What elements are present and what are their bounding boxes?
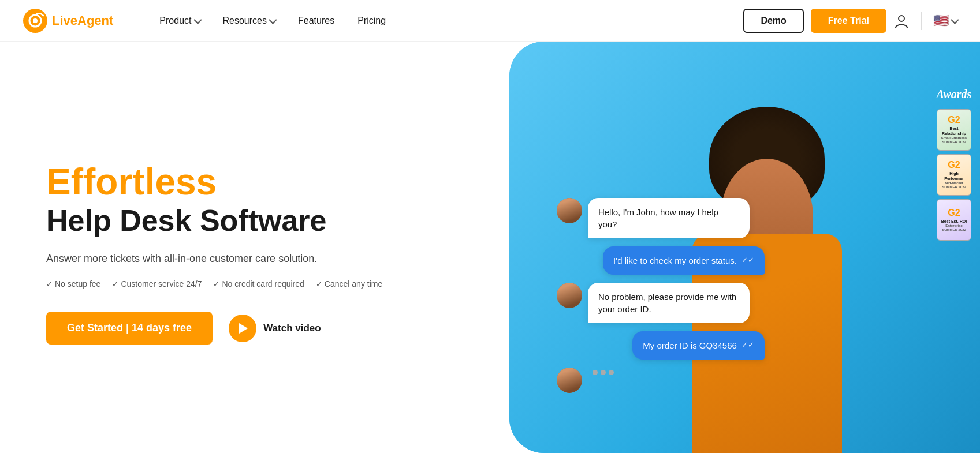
user-icon[interactable] (893, 13, 910, 29)
play-icon[interactable] (229, 315, 256, 342)
logo[interactable]: LiveAgent (23, 9, 113, 33)
chat-bubble-2: I'd like to check my order status. ✓✓ (603, 246, 765, 275)
award-badge-3: G2 Best Est. ROI Enterprise SUMMER 2022 (937, 199, 971, 241)
chat-bubble-3: No problem, please provide me with your … (588, 283, 750, 323)
agent-avatar-2 (557, 283, 582, 308)
logo-text: LiveAgent (52, 13, 113, 28)
awards-title: Awards (937, 88, 972, 101)
check-no-credit-card: ✓ No credit card required (213, 279, 304, 289)
g2-logo-1: G2 (948, 115, 960, 125)
hero-cta-row: Get Started | 14 days free Watch video (46, 312, 475, 345)
nav-divider (921, 12, 922, 30)
agent-avatar-3 (557, 368, 582, 393)
badge-1-sub: Small Business SUMMER 2022 (940, 136, 968, 144)
award-badge-1: G2 Best Relationship Small Business SUMM… (937, 109, 971, 151)
nav-right: Demo Free Trial 🇺🇸 (743, 9, 957, 33)
chat-bubble-1: Hello, I'm John, how may I help you? (588, 198, 750, 238)
check-cancel: ✓ Cancel any time (316, 279, 382, 289)
navbar: LiveAgent Product Resources Features Pri… (0, 0, 980, 42)
hero-effortless: Effortless (46, 162, 475, 202)
chevron-down-icon (951, 16, 959, 24)
agent-avatar-1 (557, 198, 582, 223)
double-check-icon: ✓✓ (741, 255, 754, 265)
play-triangle (239, 323, 248, 334)
g2-logo-3: G2 (948, 208, 960, 218)
hero-headline: Help Desk Software (46, 204, 475, 237)
badge-3-sub: Enterprise SUMMER 2022 (940, 224, 968, 232)
double-check-icon-2: ✓✓ (741, 340, 754, 350)
badge-2-main: High Performer (940, 171, 968, 181)
badge-1-main: Best Relationship (940, 126, 968, 136)
watch-video-button[interactable]: Watch video (229, 315, 321, 342)
check-no-setup: ✓ No setup fee (46, 279, 100, 289)
demo-button[interactable]: Demo (743, 9, 803, 33)
hero-left: Effortless Help Desk Software Answer mor… (0, 42, 509, 453)
typing-indicator (588, 368, 618, 377)
chat-row-3: No problem, please provide me with your … (557, 283, 765, 323)
svg-point-3 (899, 16, 904, 21)
chat-row-2: I'd like to check my order status. ✓✓ (557, 246, 765, 275)
chat-typing-row (557, 368, 765, 393)
awards-panel: Awards G2 Best Relationship Small Busine… (934, 88, 980, 241)
chevron-down-icon (193, 16, 202, 24)
check-customer-service: ✓ Customer service 24/7 (112, 279, 202, 289)
hero-section: Effortless Help Desk Software Answer mor… (0, 42, 980, 453)
nav-product[interactable]: Product (148, 11, 211, 31)
badge-3-main: Best Est. ROI (941, 219, 967, 224)
nav-features[interactable]: Features (286, 11, 346, 31)
chat-bubble-4: My order ID is GQ34566 ✓✓ (632, 331, 765, 360)
flag-icon: 🇺🇸 (933, 13, 949, 28)
get-started-button[interactable]: Get Started | 14 days free (46, 312, 213, 345)
chat-container: Hello, I'm John, how may I help you? I'd… (557, 198, 765, 393)
nav-pricing[interactable]: Pricing (346, 11, 397, 31)
watch-video-label: Watch video (263, 323, 321, 334)
chat-row-4: My order ID is GQ34566 ✓✓ (557, 331, 765, 360)
chevron-down-icon (269, 16, 277, 24)
check-icon: ✓ (46, 280, 53, 289)
chat-row-1: Hello, I'm John, how may I help you? (557, 198, 765, 238)
badge-2-sub: Mid-Market SUMMER 2022 (940, 181, 968, 189)
hero-right: Hello, I'm John, how may I help you? I'd… (509, 42, 980, 453)
svg-point-2 (33, 18, 38, 23)
check-icon: ✓ (213, 280, 219, 289)
nav-resources[interactable]: Resources (211, 11, 286, 31)
nav-links: Product Resources Features Pricing (148, 11, 743, 31)
logo-icon (23, 9, 47, 33)
typing-dot-1 (593, 370, 598, 375)
award-badge-2: G2 High Performer Mid-Market SUMMER 2022 (937, 154, 971, 196)
hero-sub: Answer more tickets with all-in-one cust… (46, 251, 475, 267)
hero-checks: ✓ No setup fee ✓ Customer service 24/7 ✓… (46, 279, 475, 289)
typing-dot-3 (609, 370, 614, 375)
check-icon: ✓ (112, 280, 118, 289)
language-selector[interactable]: 🇺🇸 (933, 13, 957, 28)
typing-dot-2 (601, 370, 606, 375)
g2-logo-2: G2 (948, 160, 960, 170)
free-trial-button[interactable]: Free Trial (811, 9, 886, 33)
check-icon: ✓ (316, 280, 322, 289)
